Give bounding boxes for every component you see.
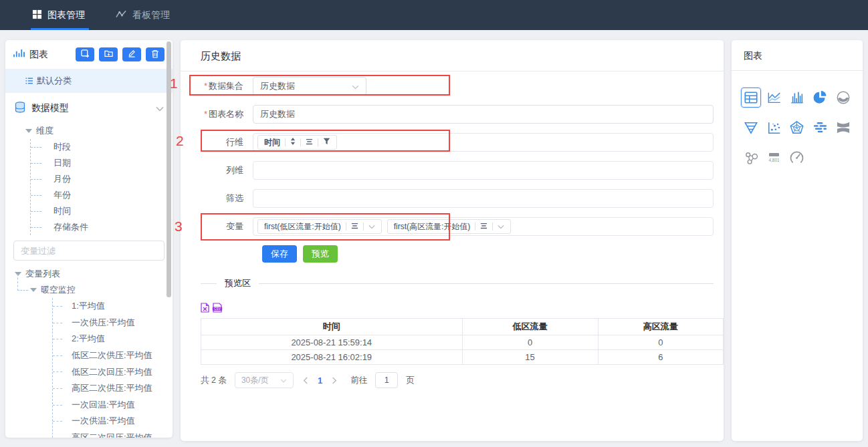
- trash-icon: [151, 49, 159, 60]
- col-header-low-zone-flow[interactable]: 低区流量: [462, 319, 598, 335]
- bar-chart-icon[interactable]: [787, 88, 807, 108]
- variable-tag-label: first(高区流量:开始值): [394, 221, 471, 233]
- dataset-label: *数据集合: [201, 80, 253, 92]
- line-chart-icon[interactable]: [764, 88, 784, 108]
- dataset-select[interactable]: 历史数据: [253, 77, 366, 96]
- col-header-high-zone-flow[interactable]: 高区流量: [598, 319, 723, 335]
- chevron-down-icon: [352, 82, 359, 92]
- tree-leaf-dimension[interactable]: 月份: [31, 171, 173, 187]
- goto-page-input[interactable]: [375, 372, 398, 388]
- folder-add-button[interactable]: [99, 47, 118, 61]
- variable-filter-input[interactable]: [13, 241, 165, 261]
- tree-node-variable-group[interactable]: 暖空监控: [15, 282, 173, 298]
- chevron-down-icon[interactable]: [498, 222, 504, 231]
- tree-leaf-variable[interactable]: 低区二次回压:平均值: [53, 363, 173, 380]
- chart-name-input[interactable]: [253, 105, 714, 124]
- data-model-header[interactable]: 数据模型: [5, 93, 173, 123]
- chart-add-button[interactable]: [76, 47, 94, 61]
- variable-tag[interactable]: first(高区流量:开始值): [387, 219, 512, 234]
- aggregate-icon[interactable]: [480, 222, 487, 231]
- page-size-select[interactable]: 30条/页: [235, 372, 294, 388]
- row-dim-tag[interactable]: 时间: [257, 135, 337, 150]
- scrollbar-thumb[interactable]: [167, 41, 171, 297]
- tree-leaf-variable[interactable]: 一次供温:平均值: [53, 413, 173, 430]
- variable-list-label: 变量列表: [25, 268, 60, 280]
- save-button[interactable]: 保存: [262, 245, 297, 263]
- sankey-chart-icon[interactable]: [833, 118, 853, 138]
- variable-tag-label: first(低区流量:开始值): [264, 221, 341, 233]
- vars-label: 变量: [201, 220, 253, 233]
- tree-leaf-variable[interactable]: 一次回温:平均值: [53, 397, 173, 414]
- liquid-fill-chart-icon[interactable]: [833, 88, 853, 108]
- pie-chart-icon[interactable]: [810, 88, 830, 108]
- row-dim-dropzone[interactable]: 时间: [253, 133, 714, 152]
- dimensions-label: 维度: [36, 125, 53, 137]
- chart-name-label: *图表名称: [201, 108, 253, 120]
- row-dim-label: 行维: [201, 136, 253, 148]
- edit-button[interactable]: [122, 47, 141, 61]
- wordcloud-chart-icon[interactable]: [810, 118, 830, 138]
- tree-leaf-dimension[interactable]: 时段: [31, 139, 173, 155]
- col-header-time[interactable]: 时间: [201, 319, 463, 335]
- sort-icon[interactable]: [290, 138, 296, 147]
- filter-funnel-icon[interactable]: [323, 138, 330, 147]
- table-row[interactable]: 2025-08-21 15:59:14 0 0: [201, 335, 724, 350]
- tree-leaf-dimension[interactable]: 日期: [31, 155, 173, 171]
- sidebar-panel: 图表 默认分类: [5, 40, 173, 438]
- aggregate-icon[interactable]: [306, 138, 313, 147]
- excel-export-icon: [201, 303, 209, 315]
- col-dim-label: 列维: [201, 164, 253, 176]
- tree-leaf-variable[interactable]: 1:平均值: [53, 298, 173, 315]
- chevron-down-icon[interactable]: [368, 222, 375, 231]
- next-page-button[interactable]: [330, 377, 338, 384]
- table-row[interactable]: 2025-08-21 16:02:19 15 6: [201, 350, 724, 365]
- number-card-value: 4,801: [768, 158, 779, 162]
- page-title: 历史数据: [181, 40, 724, 71]
- tab-label: 图表管理: [47, 9, 85, 21]
- table-chart-icon[interactable]: [741, 88, 761, 108]
- grid-icon: [32, 9, 42, 21]
- charts-panel-title: 图表: [29, 49, 48, 61]
- aggregate-icon[interactable]: [351, 222, 358, 231]
- tab-label: 看板管理: [132, 9, 170, 21]
- radar-chart-icon[interactable]: [787, 118, 807, 138]
- required-asterisk: *: [204, 109, 207, 119]
- dataset-selected-value: 历史数据: [260, 80, 295, 92]
- svg-text:CSV: CSV: [214, 307, 221, 311]
- csv-export-button[interactable]: CSV: [212, 303, 223, 315]
- tab-dashboard-management[interactable]: 看板管理: [116, 0, 170, 30]
- tree-node-variable-list[interactable]: 变量列表: [5, 266, 173, 282]
- current-page-number[interactable]: 1: [318, 376, 322, 386]
- gauge-chart-icon[interactable]: [787, 148, 807, 168]
- chart-type-panel-title: 图表: [732, 40, 863, 71]
- variable-group-label: 暖空监控: [41, 284, 76, 296]
- tree-leaf-dimension[interactable]: 年份: [31, 187, 173, 203]
- tree-leaf-variable[interactable]: 低区二次供压:平均值: [53, 347, 173, 364]
- tree-leaf-dimension[interactable]: 存储条件: [31, 219, 173, 235]
- filter-dropzone[interactable]: [253, 189, 714, 208]
- vars-dropzone[interactable]: first(低区流量:开始值) first(高区流量:开始值): [253, 217, 714, 236]
- variable-tag[interactable]: first(低区流量:开始值): [257, 219, 382, 234]
- tab-chart-management[interactable]: 图表管理: [32, 0, 85, 30]
- excel-export-button[interactable]: [201, 303, 209, 315]
- funnel-chart-icon[interactable]: [741, 118, 761, 138]
- delete-button[interactable]: [146, 47, 165, 61]
- tree-leaf-variable[interactable]: 一次供压:平均值: [53, 315, 173, 331]
- number-card-chart-icon[interactable]: 4,801: [764, 148, 784, 168]
- relation-chart-icon[interactable]: [741, 148, 761, 168]
- tree-node-dimensions[interactable]: 维度: [5, 123, 173, 139]
- sidebar-item-default-category[interactable]: 默认分类: [5, 69, 173, 93]
- tree-leaf-dimension[interactable]: 时间: [31, 203, 173, 219]
- row-dim-tag-label: 时间: [264, 137, 280, 148]
- chart-type-grid: 4,801: [732, 71, 863, 184]
- preview-button[interactable]: 预览: [303, 245, 338, 263]
- prev-page-button[interactable]: [302, 377, 310, 384]
- tree-leaf-variable[interactable]: 高区二次供压:平均值: [53, 380, 173, 397]
- col-dim-dropzone[interactable]: [253, 161, 714, 180]
- edit-pencil-icon: [128, 49, 136, 59]
- scatter-chart-icon[interactable]: [764, 118, 784, 138]
- tree-leaf-variable[interactable]: 高区二次回压:平均值: [53, 430, 173, 438]
- table-header-row: 时间 低区流量 高区流量: [201, 319, 724, 335]
- tree-leaf-variable[interactable]: 2:平均值: [53, 331, 173, 347]
- top-navbar: 图表管理 看板管理: [0, 0, 868, 30]
